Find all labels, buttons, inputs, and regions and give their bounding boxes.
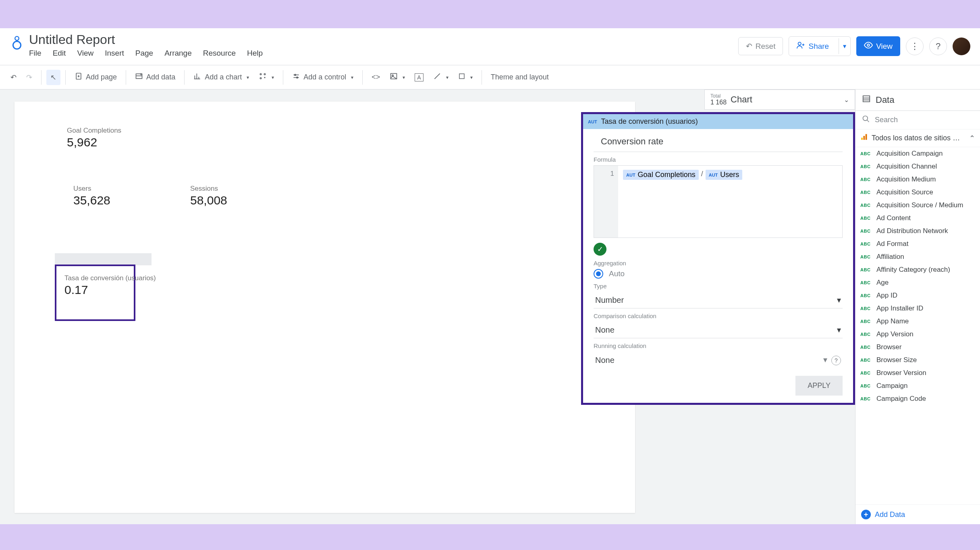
- undo-button[interactable]: ↶: [6, 70, 21, 85]
- code-icon: <>: [372, 73, 380, 81]
- type-select[interactable]: Number ▾: [594, 292, 843, 308]
- scorecard-value: 35,628: [73, 194, 110, 207]
- field-row[interactable]: ABCAcquisition Campaign: [855, 147, 980, 160]
- menu-view[interactable]: View: [77, 49, 93, 58]
- datasource-row[interactable]: Todos los datos de sitios web ⌃: [855, 129, 980, 147]
- field-row[interactable]: ABCApp ID: [855, 289, 980, 302]
- menu-resource[interactable]: Resource: [203, 49, 236, 58]
- field-row[interactable]: ABCAcquisition Channel: [855, 160, 980, 173]
- field-row[interactable]: ABCBrowser Version: [855, 367, 980, 379]
- scorecard-sessions[interactable]: Sessions 58,008: [190, 185, 227, 207]
- app-logo-icon[interactable]: [10, 35, 24, 50]
- type-label: Type: [594, 283, 843, 290]
- reset-button[interactable]: ↶ Reset: [738, 37, 783, 55]
- running-value: None: [595, 356, 615, 365]
- field-row[interactable]: ABCAd Content: [855, 212, 980, 225]
- apply-button[interactable]: APPLY: [795, 376, 843, 396]
- document-title[interactable]: Untitled Report: [29, 32, 738, 47]
- more-options-button[interactable]: ⋮: [906, 38, 924, 55]
- aggregation-auto-radio[interactable]: Auto: [594, 269, 843, 279]
- scorecard-value: 58,008: [190, 194, 227, 207]
- field-list[interactable]: ABCAcquisition CampaignABCAcquisition Ch…: [855, 147, 980, 504]
- menu-page[interactable]: Page: [135, 49, 153, 58]
- chevron-down-icon: ▾: [837, 295, 841, 305]
- share-button[interactable]: Share: [789, 37, 836, 56]
- embed-button[interactable]: <>: [368, 70, 384, 85]
- running-select[interactable]: None ▾?: [594, 352, 843, 369]
- field-row[interactable]: ABCAd Format: [855, 237, 980, 250]
- chart-type-selector[interactable]: Total 1 168 Chart ⌄: [704, 90, 855, 110]
- add-page-button[interactable]: Add page: [71, 69, 121, 85]
- field-row[interactable]: ABCAge: [855, 276, 980, 289]
- field-row[interactable]: ABCAd Distribution Network: [855, 225, 980, 237]
- menu-arrange[interactable]: Arrange: [164, 49, 192, 58]
- field-row[interactable]: ABCCampaign Code: [855, 392, 980, 405]
- field-row[interactable]: ABCCampaign: [855, 379, 980, 392]
- add-chart-button[interactable]: Add a chart: [189, 69, 253, 85]
- popup-titlebar[interactable]: AUT Tasa de conversión (usuarios): [583, 114, 853, 129]
- aggregation-value: Auto: [609, 269, 625, 278]
- collapse-icon[interactable]: ⌃: [969, 134, 975, 143]
- field-row[interactable]: ABCApp Installer ID: [855, 302, 980, 315]
- page-add-icon: [75, 72, 83, 82]
- field-row[interactable]: ABCApp Name: [855, 315, 980, 328]
- field-type-badge: ABC: [860, 280, 872, 285]
- menu-insert[interactable]: Insert: [105, 49, 124, 58]
- data-panel: Data Search Todos los datos de sitios we…: [855, 90, 980, 524]
- share-dropdown-button[interactable]: ▾: [839, 38, 850, 54]
- field-name: App Installer ID: [876, 304, 923, 312]
- field-row[interactable]: ABCAffinity Category (reach): [855, 263, 980, 276]
- redo-button[interactable]: ↷: [22, 70, 36, 85]
- field-row[interactable]: ABCAffiliation: [855, 250, 980, 263]
- community-viz-button[interactable]: [255, 69, 278, 85]
- shape-button[interactable]: [454, 69, 477, 85]
- scorecard-conversion-rate[interactable]: Tasa de conversión (usuarios) 0.17: [55, 265, 135, 321]
- person-add-icon: [796, 41, 805, 52]
- share-label: Share: [808, 42, 829, 51]
- separator: [283, 70, 283, 85]
- field-type-badge: ABC: [860, 293, 872, 298]
- help-icon[interactable]: ?: [831, 356, 841, 365]
- separator: [126, 70, 126, 85]
- svg-rect-30: [863, 96, 870, 102]
- theme-layout-button[interactable]: Theme and layout: [487, 70, 553, 85]
- field-row[interactable]: ABCBrowser Size: [855, 354, 980, 367]
- svg-point-25: [297, 77, 298, 78]
- menu-help[interactable]: Help: [247, 49, 263, 58]
- app-frame: Untitled Report File Edit View Insert Pa…: [0, 28, 980, 524]
- add-data-button[interactable]: Add data: [131, 69, 179, 85]
- add-control-button[interactable]: Add a control: [288, 69, 357, 85]
- formula-chip-goal-completions[interactable]: AUTGoal Completions: [623, 170, 699, 180]
- svg-point-18: [264, 73, 266, 75]
- field-row[interactable]: ABCApp Version: [855, 328, 980, 341]
- field-name: Acquisition Medium: [876, 175, 936, 183]
- formula-editor[interactable]: 1 AUTGoal Completions / AUTUsers: [594, 165, 843, 238]
- text-button[interactable]: A: [411, 70, 427, 85]
- field-row[interactable]: ABCAcquisition Source / Medium: [855, 199, 980, 212]
- field-row[interactable]: ABCBrowser: [855, 341, 980, 354]
- field-name: Acquisition Source: [876, 188, 933, 196]
- svg-line-34: [867, 120, 869, 122]
- field-type-badge: ABC: [860, 190, 872, 195]
- formula-chip-users[interactable]: AUTUsers: [706, 170, 743, 180]
- line-button[interactable]: [429, 69, 453, 85]
- add-data-button[interactable]: + Add Data: [855, 504, 980, 524]
- field-name-input[interactable]: Conversion rate: [594, 134, 843, 152]
- data-search-input[interactable]: Search: [855, 111, 980, 129]
- field-row[interactable]: ABCAcquisition Source: [855, 186, 980, 199]
- scorecard-goal-completions[interactable]: Goal Completions 5,962: [67, 127, 121, 149]
- view-button[interactable]: View: [856, 36, 900, 56]
- select-tool[interactable]: ↖: [46, 70, 60, 85]
- menu-file[interactable]: File: [29, 49, 42, 58]
- report-canvas[interactable]: Goal Completions 5,962 Users 35,628 Sess…: [15, 102, 635, 513]
- field-row[interactable]: ABCAcquisition Medium: [855, 173, 980, 186]
- field-type-badge: ABC: [860, 229, 872, 233]
- square-icon: [458, 73, 465, 82]
- comparison-select[interactable]: None ▾: [594, 322, 843, 338]
- menu-edit[interactable]: Edit: [53, 49, 66, 58]
- scorecard-users[interactable]: Users 35,628: [73, 185, 110, 207]
- help-button[interactable]: ?: [929, 38, 947, 55]
- image-button[interactable]: [386, 69, 409, 85]
- field-name: Browser Size: [876, 356, 917, 364]
- user-avatar[interactable]: [953, 38, 970, 55]
